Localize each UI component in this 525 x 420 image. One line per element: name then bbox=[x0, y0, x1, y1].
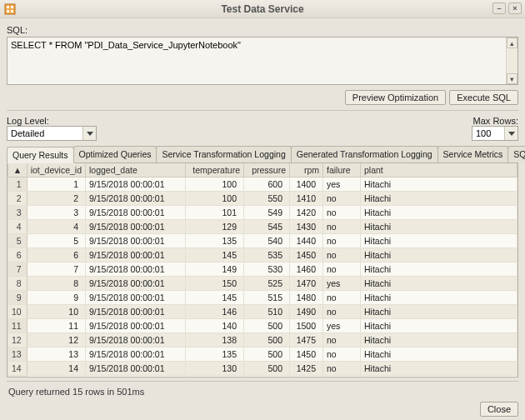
cell-pressure: 500 bbox=[243, 333, 289, 348]
col-sort[interactable]: ▲ bbox=[8, 163, 28, 178]
table-row[interactable]: 669/15/2018 00:00:011455351450noHitachi bbox=[8, 248, 518, 262]
cell-pressure: 500 bbox=[243, 362, 289, 376]
table-row[interactable]: 999/15/2018 00:00:011455151480noHitachi bbox=[8, 291, 518, 305]
col-failure[interactable]: failure bbox=[322, 163, 360, 178]
chevron-down-icon[interactable] bbox=[504, 127, 518, 140]
cell-plant: Hitachi bbox=[360, 192, 517, 206]
cell-logged-date: 9/15/2018 00:00:01 bbox=[85, 362, 185, 376]
scroll-up-icon[interactable]: ▴ bbox=[507, 38, 518, 48]
cell-iot-device-id: 3 bbox=[27, 206, 85, 220]
cell-failure: no bbox=[322, 262, 360, 277]
app-icon bbox=[3, 2, 17, 16]
table-row[interactable]: 889/15/2018 00:00:011505251470yesHitachi bbox=[8, 277, 518, 291]
cell-failure: yes bbox=[322, 277, 360, 291]
cell-iot-device-id: 8 bbox=[27, 277, 85, 291]
cell-pressure: 535 bbox=[243, 248, 289, 262]
cell-rownum: 14 bbox=[8, 362, 28, 376]
col-pressure[interactable]: pressure bbox=[243, 163, 289, 178]
log-level-select[interactable] bbox=[7, 126, 97, 141]
cell-pressure: 530 bbox=[243, 262, 289, 277]
cell-logged-date: 9/15/2018 00:00:01 bbox=[85, 192, 185, 206]
cell-rpm: 1450 bbox=[289, 348, 322, 362]
cell-rpm: 1480 bbox=[289, 291, 322, 305]
sql-scrollbar[interactable]: ▴ ▾ bbox=[506, 38, 518, 84]
svg-rect-2 bbox=[11, 6, 13, 8]
cell-iot-device-id: 9 bbox=[27, 291, 85, 305]
col-temperature[interactable]: temperature bbox=[185, 163, 243, 178]
sql-textarea[interactable] bbox=[8, 38, 506, 84]
cell-logged-date: 9/15/2018 00:00:01 bbox=[85, 178, 185, 192]
max-rows-label: Max Rows: bbox=[472, 116, 518, 126]
cell-logged-date: 9/15/2018 00:00:01 bbox=[85, 206, 185, 220]
close-window-button[interactable]: × bbox=[508, 2, 522, 14]
cell-rownum: 13 bbox=[8, 348, 28, 362]
cell-pressure: 510 bbox=[243, 305, 289, 319]
cell-failure: no bbox=[322, 376, 360, 378]
table-row[interactable]: 559/15/2018 00:00:011355401440noHitachi bbox=[8, 234, 518, 248]
scroll-down-icon[interactable]: ▾ bbox=[507, 73, 518, 84]
cell-iot-device-id: 2 bbox=[27, 192, 85, 206]
cell-pressure: 525 bbox=[243, 277, 289, 291]
cell-logged-date: 9/15/2018 00:00:01 bbox=[85, 376, 185, 378]
table-row[interactable]: 229/15/2018 00:00:011005501410noHitachi bbox=[8, 192, 518, 206]
table-row[interactable]: 14149/15/2018 00:00:011305001425noHitach… bbox=[8, 362, 518, 376]
tab-service-transformation-logging[interactable]: Service Transformation Logging bbox=[156, 146, 291, 162]
table-row[interactable]: 449/15/2018 00:00:011295451430noHitachi bbox=[8, 220, 518, 234]
cell-temperature: 150 bbox=[185, 277, 243, 291]
cell-failure: no bbox=[322, 192, 360, 206]
col-plant[interactable]: plant bbox=[360, 163, 517, 178]
table-row[interactable]: 119/15/2018 00:00:011006001400yesHitachi bbox=[8, 178, 518, 192]
svg-rect-4 bbox=[11, 10, 13, 12]
max-rows-value[interactable] bbox=[472, 127, 504, 140]
cell-iot-device-id: 11 bbox=[27, 319, 85, 333]
table-row[interactable]: 779/15/2018 00:00:011495301460noHitachi bbox=[8, 262, 518, 277]
cell-plant: Hitachi bbox=[360, 262, 517, 277]
cell-rownum: 10 bbox=[8, 305, 28, 319]
cell-plant: Hitachi bbox=[360, 277, 517, 291]
tab-optimized-queries[interactable]: Optimized Queries bbox=[73, 146, 158, 162]
max-rows-select[interactable] bbox=[472, 126, 518, 141]
tab-generated-transformation-logging[interactable]: Generated Transformation Logging bbox=[291, 146, 438, 162]
minimize-button[interactable]: – bbox=[492, 2, 506, 14]
cell-failure: no bbox=[322, 291, 360, 305]
cell-iot-device-id: 12 bbox=[27, 333, 85, 348]
sql-textarea-wrap: ▴ ▾ bbox=[7, 37, 518, 85]
tab-sql-trans-metrics[interactable]: SQL Trans Metrics bbox=[508, 146, 525, 162]
cell-plant: Hitachi bbox=[360, 291, 517, 305]
cell-rownum: 4 bbox=[8, 220, 28, 234]
log-level-value[interactable] bbox=[8, 127, 82, 140]
cell-rpm: 1440 bbox=[289, 234, 322, 248]
table-row[interactable]: 11119/15/2018 00:00:011405001500yesHitac… bbox=[8, 319, 518, 333]
preview-optimization-button[interactable]: Preview Optimization bbox=[345, 90, 446, 105]
cell-temperature: 145 bbox=[185, 248, 243, 262]
svg-marker-6 bbox=[508, 132, 515, 136]
cell-rownum: 9 bbox=[8, 291, 28, 305]
cell-failure: no bbox=[322, 206, 360, 220]
cell-iot-device-id: 13 bbox=[27, 348, 85, 362]
table-row[interactable]: 13139/15/2018 00:00:011355001450noHitach… bbox=[8, 348, 518, 362]
execute-sql-button[interactable]: Execute SQL bbox=[449, 90, 518, 105]
tab-service-metrics[interactable]: Service Metrics bbox=[438, 146, 509, 162]
cell-iot-device-id: 6 bbox=[27, 248, 85, 262]
cell-temperature: 149 bbox=[185, 262, 243, 277]
cell-temperature: 125 bbox=[185, 376, 243, 378]
cell-rpm: 1410 bbox=[289, 192, 322, 206]
window-title: Test Data Service bbox=[221, 3, 303, 15]
col-iot-device-id[interactable]: iot_device_id bbox=[27, 163, 85, 178]
tab-query-results[interactable]: Query Results bbox=[7, 147, 74, 163]
table-row[interactable]: 10109/15/2018 00:00:011465101490noHitach… bbox=[8, 305, 518, 319]
table-row[interactable]: 15159/15/2018 00:00:011255001400noHitach… bbox=[8, 376, 518, 378]
table-row[interactable]: 12129/15/2018 00:00:011385001475noHitach… bbox=[8, 333, 518, 348]
results-table[interactable]: ▲ iot_device_id logged_date temperature … bbox=[8, 163, 518, 378]
cell-rownum: 3 bbox=[8, 206, 28, 220]
cell-rpm: 1420 bbox=[289, 206, 322, 220]
col-logged-date[interactable]: logged_date bbox=[85, 163, 185, 178]
close-button[interactable]: Close bbox=[480, 402, 518, 417]
results-table-wrap: ▲ iot_device_id logged_date temperature … bbox=[7, 163, 518, 378]
table-row[interactable]: 339/15/2018 00:00:011015491420noHitachi bbox=[8, 206, 518, 220]
cell-rpm: 1490 bbox=[289, 305, 322, 319]
titlebar: Test Data Service – × bbox=[0, 0, 525, 18]
cell-rownum: 11 bbox=[8, 319, 28, 333]
chevron-down-icon[interactable] bbox=[82, 127, 96, 140]
col-rpm[interactable]: rpm bbox=[289, 163, 322, 178]
